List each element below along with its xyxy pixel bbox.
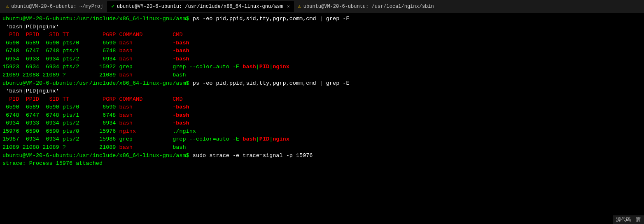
tab-1-warning-icon: ⚠ <box>6 3 9 9</box>
tab-2-ok-icon: ✔ <box>111 3 114 9</box>
tab-bar: ⚠ ubuntu@VM-20-6-ubuntu: ~/myProj ✔ ubun… <box>0 0 644 13</box>
terminal-line-8: 21089 21088 21089 ? 21089 bash bash <box>2 71 642 79</box>
terminal-line-6: 6934 6933 6934 pts/2 6934 bash -bash <box>2 55 642 63</box>
terminal-line-4: 6590 6589 6590 pts/0 6590 bash -bash <box>2 39 642 47</box>
tab-3-warning-icon: ⚠ <box>298 3 301 9</box>
terminal-line-18: ubuntu@VM-20-6-ubuntu:/usr/include/x86_6… <box>2 152 642 160</box>
terminal-line-2: 'bash|PID|nginx' <box>2 23 642 31</box>
terminal-line-14: 6934 6933 6934 pts/2 6934 bash -bash <box>2 119 642 127</box>
tab-3[interactable]: ⚠ ubuntu@VM-20-6-ubuntu: /usr/local/ngin… <box>294 1 438 12</box>
terminal-line-9: ubuntu@VM-20-6-ubuntu:/usr/include/x86_6… <box>2 79 642 88</box>
terminal-line-7: 15923 6934 6934 pts/2 15922 grep grep --… <box>2 63 642 71</box>
status-item-2: 宸 <box>636 216 641 223</box>
terminal: ubuntu@VM-20-6-ubuntu:/usr/include/x86_6… <box>0 13 644 169</box>
terminal-line-19: strace: Process 15976 attached <box>2 159 642 168</box>
tab-2-label: ubuntu@VM-20-6-ubuntu: /usr/include/x86_… <box>117 4 283 9</box>
terminal-line-15: 15976 6590 6590 pts/0 15976 nginx ./ngin… <box>2 127 642 136</box>
status-bar: 源代码 宸 <box>613 215 644 224</box>
tab-1-label: ubuntu@VM-20-6-ubuntu: ~/myProj <box>11 4 103 9</box>
terminal-line-12: 6590 6589 6590 pts/0 6590 bash -bash <box>2 103 642 111</box>
terminal-line-10: 'bash|PID|nginx' <box>2 87 642 95</box>
terminal-line-5: 6748 6747 6748 pts/1 6748 bash -bash <box>2 47 642 55</box>
tab-2[interactable]: ✔ ubuntu@VM-20-6-ubuntu: /usr/include/x8… <box>107 1 294 12</box>
status-item-1: 源代码 <box>616 216 631 223</box>
terminal-line-17: 21089 21088 21089 ? 21089 bash bash <box>2 143 642 152</box>
terminal-line-1: ubuntu@VM-20-6-ubuntu:/usr/include/x86_6… <box>2 15 642 23</box>
tab-1[interactable]: ⚠ ubuntu@VM-20-6-ubuntu: ~/myProj <box>2 1 107 12</box>
tab-3-label: ubuntu@VM-20-6-ubuntu: /usr/local/nginx/… <box>303 4 434 9</box>
terminal-line-3: PID PPID SID TT PGRP COMMAND CMD <box>2 31 642 39</box>
terminal-line-13: 6748 6747 6748 pts/1 6748 bash -bash <box>2 111 642 120</box>
tab-2-close-icon[interactable]: ✕ <box>287 4 290 9</box>
terminal-line-11: PID PPID SID TT PGRP COMMAND CMD <box>2 95 642 104</box>
terminal-line-16: 15987 6934 6934 pts/2 15986 grep grep --… <box>2 135 642 143</box>
